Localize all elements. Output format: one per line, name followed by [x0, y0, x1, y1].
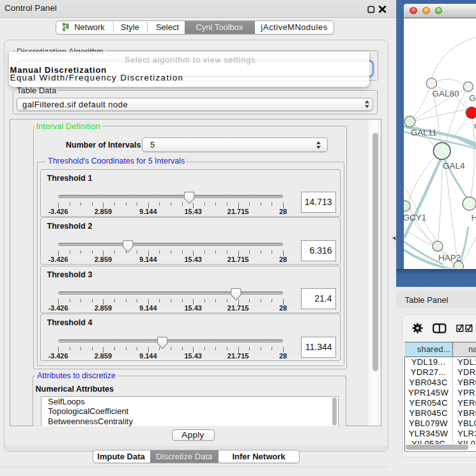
- svg-text:HA: HA: [471, 212, 476, 222]
- svg-text:GA: GA: [469, 93, 476, 103]
- svg-text:GAL80: GAL80: [432, 89, 459, 98]
- svg-text:GAL11: GAL11: [410, 128, 436, 137]
- svg-text:C: C: [474, 121, 476, 131]
- svg-text:GCY1: GCY1: [404, 212, 426, 222]
- svg-text:GAL4: GAL4: [443, 160, 465, 170]
- svg-text:HAP2: HAP2: [438, 253, 461, 263]
